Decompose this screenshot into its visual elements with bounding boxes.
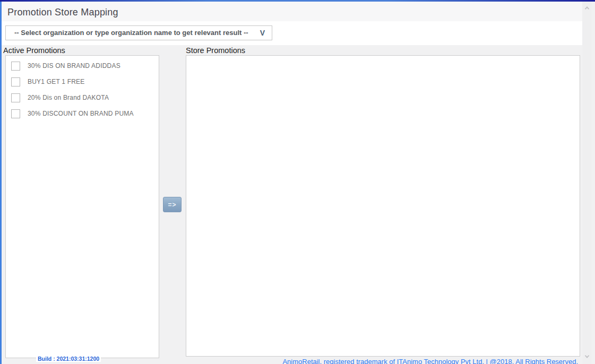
scroll-up-icon[interactable]	[582, 3, 591, 12]
promotion-checkbox[interactable]	[11, 93, 20, 102]
active-promotions-label: Active Promotions	[3, 46, 65, 55]
page-title: Promotion Store Mapping	[2, 2, 586, 18]
promotion-row[interactable]: 30% DISCOUNT ON BRAND PUMA	[6, 106, 159, 122]
promotion-checkbox[interactable]	[11, 77, 20, 86]
left-accent-border	[0, 2, 2, 364]
store-promotions-label: Store Promotions	[186, 46, 245, 55]
organization-select-value: -- Select organization or type organizat…	[14, 26, 248, 40]
chevron-down-icon: V	[260, 26, 265, 40]
vertical-scrollbar[interactable]	[582, 2, 591, 364]
organization-select-row: -- Select organization or type organizat…	[2, 21, 586, 45]
promotion-checkbox[interactable]	[11, 62, 20, 71]
promotion-label: 20% Dis on Brand DAKOTA	[28, 94, 109, 101]
promotion-row[interactable]: BUY1 GET 1 FREE	[6, 74, 159, 90]
copyright-text: AnimoRetail, registered trademark of ITA…	[282, 358, 578, 364]
scroll-down-icon[interactable]	[582, 352, 591, 361]
promotion-row[interactable]: 30% DIS ON BRAND ADIDDAS	[6, 58, 159, 74]
active-promotions-panel: 30% DIS ON BRAND ADIDDAS BUY1 GET 1 FREE…	[5, 55, 159, 358]
build-version-text: Build : 2021:03:31:1200	[36, 356, 101, 362]
promotion-label: BUY1 GET 1 FREE	[28, 78, 84, 85]
transfer-right-button[interactable]: =>	[163, 197, 182, 212]
promotion-store-mapping-screen: Promotion Store Mapping -- Select organi…	[0, 0, 595, 364]
promotion-label: 30% DIS ON BRAND ADIDDAS	[28, 62, 120, 70]
store-promotions-panel	[186, 55, 580, 357]
promotion-row[interactable]: 20% Dis on Brand DAKOTA	[6, 90, 159, 106]
promotion-checkbox[interactable]	[11, 109, 20, 118]
promotion-label: 30% DISCOUNT ON BRAND PUMA	[28, 110, 134, 117]
page-header: Promotion Store Mapping	[2, 2, 586, 21]
organization-select[interactable]: -- Select organization or type organizat…	[5, 25, 272, 40]
